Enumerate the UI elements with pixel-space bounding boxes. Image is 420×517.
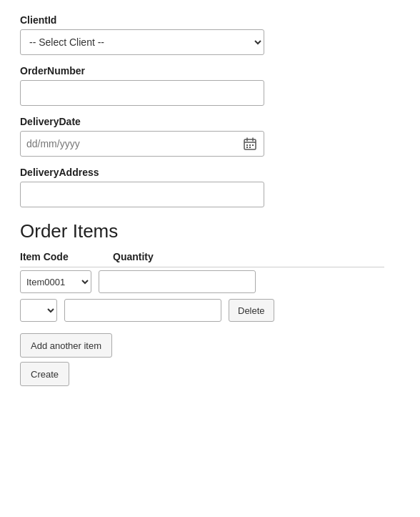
order-number-input[interactable]	[20, 80, 264, 106]
add-another-item-button[interactable]: Add another item	[20, 333, 112, 358]
delivery-date-label: DeliveryDate	[20, 116, 400, 127]
svg-rect-4	[246, 144, 248, 146]
client-id-field: ClientId -- Select Client --	[20, 14, 400, 55]
delivery-date-wrapper	[20, 131, 264, 157]
delivery-address-field: DeliveryAddress	[20, 167, 400, 207]
table-row: Item0001 Item0002 Item0003 Delete	[20, 299, 384, 322]
column-header-quantity: Quantity	[113, 251, 256, 262]
order-number-field: OrderNumber	[20, 65, 400, 106]
quantity-input-1[interactable]	[99, 270, 256, 293]
table-row: Item0001 Item0002 Item0003	[20, 270, 384, 293]
order-number-label: OrderNumber	[20, 65, 400, 77]
calendar-icon[interactable]	[240, 134, 260, 154]
delivery-address-input[interactable]	[20, 182, 264, 207]
client-id-label: ClientId	[20, 14, 400, 26]
order-items-title: Order Items	[20, 220, 400, 242]
quantity-input-2[interactable]	[64, 299, 221, 322]
order-items-section: Order Items Item Code Quantity Item0001 …	[20, 220, 400, 386]
delivery-address-label: DeliveryAddress	[20, 167, 400, 178]
action-buttons: Add another item Create	[20, 333, 400, 386]
create-button[interactable]: Create	[20, 362, 69, 386]
svg-rect-7	[246, 147, 248, 148]
svg-rect-8	[249, 147, 251, 148]
delivery-date-input[interactable]	[20, 131, 264, 157]
table-header: Item Code Quantity	[20, 251, 384, 267]
svg-rect-5	[249, 144, 251, 146]
order-items-table: Item Code Quantity Item0001 Item0002 Ite…	[20, 251, 384, 322]
client-id-select[interactable]: -- Select Client --	[20, 29, 264, 55]
delete-button[interactable]: Delete	[229, 299, 274, 322]
item-code-select-2[interactable]: Item0001 Item0002 Item0003	[20, 299, 57, 322]
column-header-item-code: Item Code	[20, 251, 106, 262]
item-code-select-1[interactable]: Item0001 Item0002 Item0003	[20, 270, 91, 293]
svg-rect-6	[252, 144, 254, 146]
delivery-date-field: DeliveryDate	[20, 116, 400, 157]
